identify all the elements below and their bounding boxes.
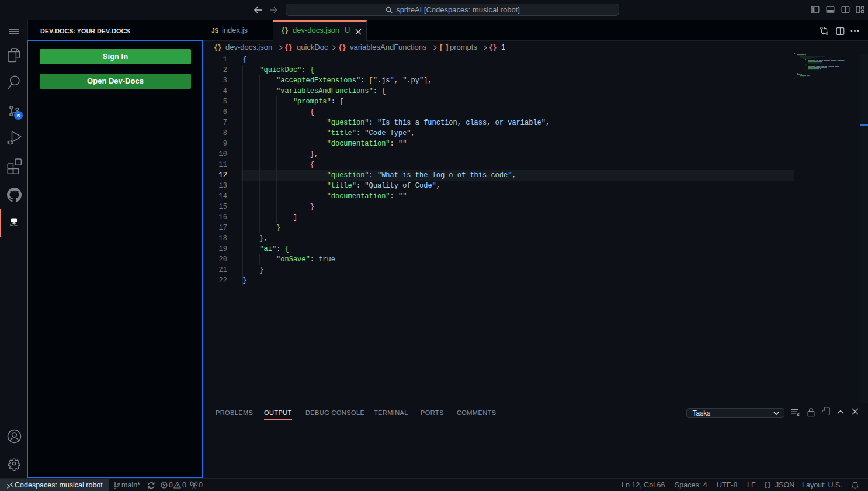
svg-text:Dev-Docs: Dev-Docs [10,224,18,227]
